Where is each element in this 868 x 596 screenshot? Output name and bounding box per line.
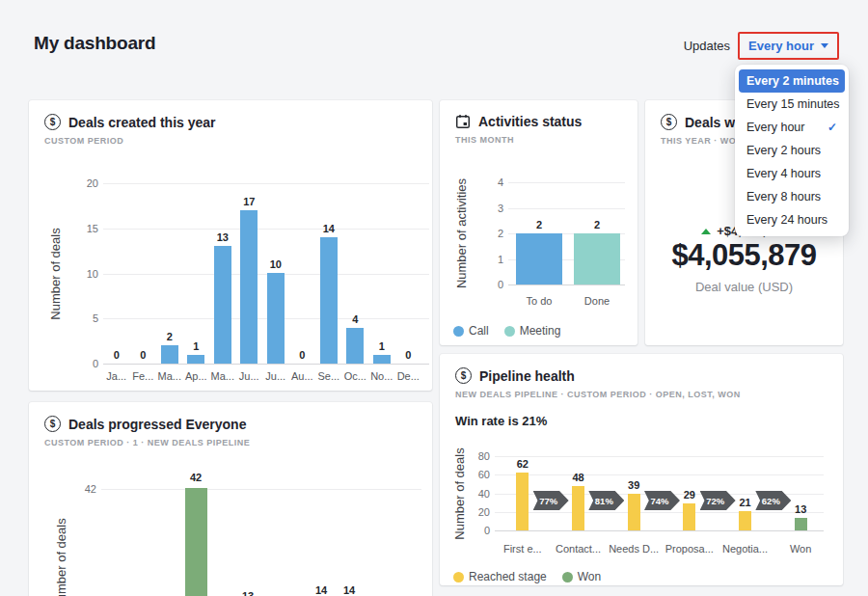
bar-stage-1[interactable] [185, 488, 207, 596]
gridline [508, 182, 625, 183]
dashboard-page: My dashboard Updates Every hour Every 2 … [0, 0, 868, 596]
menu-item-label: Every 8 hours [746, 190, 821, 203]
bar-first-e[interactable] [516, 473, 529, 530]
gridline [103, 229, 429, 230]
legend-dot [562, 572, 573, 582]
menu-item-label: Every 2 minutes [746, 74, 839, 88]
legend-item-reached-stage[interactable]: Reached stage [453, 570, 547, 583]
menu-item-label: Every 4 hours [746, 167, 821, 180]
y-tick-label: 0 [475, 279, 503, 290]
menu-item-every-4-hours[interactable]: Every 4 hours [739, 162, 845, 185]
bar-negotia[interactable] [739, 511, 751, 530]
legend-label: Won [578, 570, 601, 583]
menu-item-every-24-hours[interactable]: Every 24 hours [739, 208, 845, 231]
annotation-box: Every hour [738, 32, 839, 60]
legend-label: Call [469, 324, 489, 338]
bar-value-label: 0 [387, 349, 429, 361]
y-tick-label: 60 [461, 469, 490, 480]
bar-value-label: 2 [518, 219, 560, 230]
updates-control: Updates Every hour [684, 32, 839, 60]
x-tick-label: Won [772, 543, 829, 555]
y-tick-label: 20 [69, 177, 98, 189]
gridline [495, 456, 824, 457]
gridline [508, 208, 625, 209]
x-tick-label: Contact... [550, 543, 608, 555]
bar-ma[interactable] [214, 246, 231, 364]
menu-item-every-8-hours[interactable]: Every 8 hours [739, 185, 845, 208]
updates-label: Updates [684, 39, 730, 53]
y-axis-label: Number of activities [454, 178, 469, 288]
bar-value-label: 62 [502, 458, 544, 470]
bar-value-label: 13 [227, 590, 269, 596]
bar-won[interactable] [795, 518, 807, 530]
menu-item-label: Every hour [746, 121, 804, 134]
menu-item-every-15-minutes[interactable]: Every 15 minutes [739, 93, 845, 116]
legend-label: Reached stage [469, 570, 547, 583]
bar-value-label: 0 [281, 349, 323, 361]
legend-item-call[interactable]: Call [453, 324, 489, 338]
y-tick-label: 15 [69, 223, 98, 234]
x-tick-label: To do [510, 295, 568, 307]
bar-to-do[interactable] [516, 233, 562, 284]
menu-item-label: Every 2 hours [746, 144, 821, 157]
dollar-circle-icon: $ [661, 114, 677, 130]
activities-chart: Number of activities012342To do2Done [440, 100, 637, 345]
gridline [495, 530, 824, 531]
y-tick-label: 5 [69, 312, 98, 324]
y-tick-label: 4 [475, 176, 503, 188]
bar-ju[interactable] [240, 210, 258, 364]
bar-proposa[interactable] [683, 503, 695, 530]
menu-item-every-hour[interactable]: Every hour✓ [739, 116, 845, 139]
bar-se[interactable] [320, 237, 338, 364]
deals-progressed-chart: Number of deals4242131414 [29, 402, 432, 596]
menu-item-every-2-hours[interactable]: Every 2 hours [739, 139, 845, 162]
pipeline-chart: Number of deals02040608062First e...48Co… [440, 354, 843, 585]
pipeline-legend: Reached stageWon [453, 570, 601, 583]
bar-value-label: 48 [557, 472, 600, 483]
y-axis-label: Number of deals [54, 518, 68, 596]
bar-value-label: 10 [255, 258, 297, 270]
bar-value-label: 0 [122, 349, 164, 361]
page-title: My dashboard [34, 33, 155, 54]
legend-dot [453, 572, 464, 582]
gridline [101, 489, 421, 490]
y-axis-label: Number of deals [48, 228, 63, 319]
bar-done[interactable] [574, 233, 620, 284]
y-tick-label: 0 [69, 358, 98, 369]
updates-dropdown-trigger[interactable]: Every hour [740, 34, 837, 58]
check-icon: ✓ [827, 121, 837, 134]
menu-item-every-2-minutes[interactable]: Every 2 minutes [739, 69, 845, 93]
bar-value-label: 1 [175, 340, 217, 352]
legend-item-won[interactable]: Won [562, 570, 601, 583]
menu-item-label: Every 15 minutes [746, 97, 840, 111]
gridline [103, 183, 429, 184]
updates-dropdown-menu: Every 2 minutesEvery 15 minutesEvery hou… [735, 65, 849, 236]
bar-value-label: 39 [612, 479, 655, 491]
y-tick-label: 3 [475, 203, 503, 214]
bar-needs-d[interactable] [628, 494, 640, 530]
legend-item-meeting[interactable]: Meeting [504, 324, 561, 338]
y-tick-label: 2 [475, 228, 503, 239]
bar-value-label: 14 [328, 584, 370, 596]
x-tick-label: De... [379, 370, 437, 382]
legend-dot [504, 326, 515, 337]
x-tick-label: First e... [494, 543, 552, 555]
card-activities-status: Activities status THIS MONTH Number of a… [440, 100, 637, 345]
legend-label: Meeting [520, 324, 561, 338]
y-tick-label: 42 [68, 483, 96, 495]
bar-ap[interactable] [187, 355, 204, 364]
bar-contact[interactable] [572, 486, 584, 530]
card-deals-created: $ Deals created this year CUSTOM PERIOD … [29, 100, 432, 391]
bar-value-label: 42 [175, 472, 217, 483]
y-tick-label: 10 [69, 268, 98, 280]
gridline [495, 474, 824, 475]
y-tick-label: 0 [461, 525, 490, 536]
x-tick-label: Done [568, 295, 626, 307]
y-tick-label: 80 [461, 450, 490, 462]
kpi-caption: Deal value (USD) [645, 280, 843, 294]
activities-legend: CallMeeting [453, 324, 560, 338]
arrow-up-icon [701, 229, 711, 234]
y-tick-label: 1 [475, 254, 503, 265]
x-tick-label: Needs D... [605, 543, 663, 555]
chevron-down-icon [821, 43, 828, 48]
